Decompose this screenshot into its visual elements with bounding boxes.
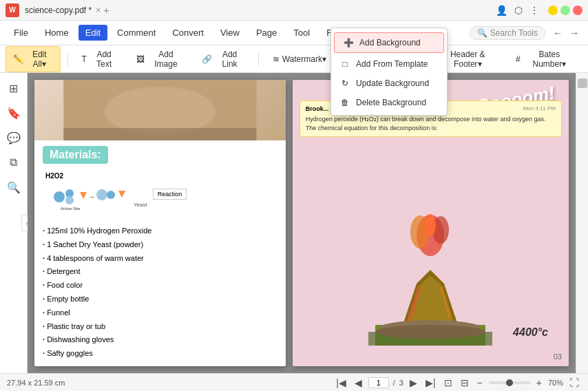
- dimensions-label: 27.94 x 21.59 cm: [7, 379, 65, 387]
- fit-page-btn[interactable]: ⊡: [442, 377, 454, 388]
- sidebar-thumbnail-icon[interactable]: ⊞: [4, 78, 23, 98]
- menu-view[interactable]: View: [213, 25, 246, 41]
- list-item: 125ml 10% Hydrogen Peroxide: [43, 224, 277, 238]
- status-bar-right: |◀ ◀ / 3 ▶ ▶| ⊡ ⊟ − + 70% ⛶: [334, 377, 581, 388]
- edit-all-button[interactable]: ✏️ Edit All▾: [6, 46, 61, 72]
- text-icon: T: [81, 54, 86, 64]
- next-page-btn[interactable]: ▶: [408, 377, 419, 388]
- page-input[interactable]: [368, 377, 389, 388]
- materials-list: 125ml 10% Hydrogen Peroxide 1 Sachet Dry…: [43, 224, 277, 361]
- yeast-label: Yeast: [134, 202, 147, 208]
- total-pages: 3: [399, 379, 403, 387]
- svg-marker-7: [80, 192, 87, 199]
- page-separator: /: [393, 379, 395, 387]
- add-link-button[interactable]: 🔗 Add Link: [195, 47, 251, 72]
- background-dropdown-menu: ➕ Add Background □ Add From Template ↻ U…: [330, 28, 448, 116]
- extensions-icon[interactable]: ⬡: [512, 5, 525, 16]
- reaction-label: Reaction: [153, 189, 187, 200]
- slider-thumb: [506, 379, 513, 386]
- search-tools[interactable]: 🔍 Search Tools: [470, 26, 545, 40]
- sidebar-comment-icon[interactable]: 💬: [4, 128, 23, 147]
- image-icon: 🖼: [136, 54, 145, 64]
- svg-point-10: [96, 189, 107, 200]
- status-bar: 27.94 x 21.59 cm |◀ ◀ / 3 ▶ ▶| ⊡ ⊟ − + 7…: [0, 373, 588, 391]
- h2o2-label: H2O2: [45, 172, 128, 180]
- title-bar: W science-copy.pdf * × + 👤 ⬡ ⋮: [0, 0, 588, 21]
- zoom-out-btn[interactable]: −: [475, 377, 485, 388]
- add-image-button[interactable]: 🖼 Add Image: [129, 47, 191, 72]
- more-options-icon[interactable]: ⋮: [527, 5, 541, 16]
- zoom-in-btn[interactable]: +: [534, 377, 544, 388]
- list-item: Dishwashing gloves: [43, 333, 277, 347]
- zoom-level: 70%: [548, 379, 563, 387]
- list-item: Safty goggles: [43, 347, 277, 361]
- maximize-button[interactable]: [560, 6, 570, 15]
- list-item: Food color: [43, 279, 277, 293]
- volcano-image: [361, 194, 499, 346]
- menu-home[interactable]: Home: [38, 25, 76, 41]
- back-button[interactable]: ←: [551, 28, 565, 39]
- bates-number-button[interactable]: # Bates Number▾: [509, 47, 582, 72]
- bates-icon: #: [516, 54, 521, 64]
- separator2: [258, 52, 259, 66]
- add-text-button[interactable]: T Add Text: [74, 47, 125, 72]
- svg-point-17: [425, 214, 436, 236]
- separator: [67, 52, 68, 66]
- left-page: Materials: H2O2 Active Site: [34, 80, 286, 366]
- menu-edit[interactable]: Edit: [78, 25, 107, 41]
- yeast-diagram: H2O2 Active Site →: [43, 169, 277, 219]
- add-icon: ➕: [343, 37, 354, 48]
- watermark-button[interactable]: ≋ Watermark▾: [266, 52, 333, 67]
- update-icon: ↻: [339, 78, 350, 89]
- new-tab-btn[interactable]: +: [103, 5, 109, 16]
- menu-comment[interactable]: Comment: [110, 25, 162, 41]
- svg-rect-3: [63, 128, 256, 140]
- add-background-item[interactable]: ➕ Add Background: [334, 32, 444, 53]
- right-sidebar: [576, 73, 588, 373]
- update-background-item[interactable]: ↻ Update Background: [331, 74, 447, 93]
- menu-bar: File Home Edit Comment Convert View Page…: [0, 21, 588, 45]
- sidebar-layers-icon[interactable]: ⧉: [4, 153, 23, 172]
- comment-text: Hydrogen peroxide (H₂O₂) can break down …: [306, 115, 556, 132]
- fit-width-btn[interactable]: ⊟: [459, 377, 471, 388]
- delete-background-item[interactable]: 🗑 Delete Background: [331, 93, 447, 112]
- slider-track: [489, 381, 530, 384]
- svg-point-11: [107, 191, 115, 199]
- first-page-btn[interactable]: |◀: [334, 377, 348, 388]
- svg-point-4: [54, 191, 65, 202]
- list-item: Funnel: [43, 306, 277, 320]
- edit-icon: ✏️: [13, 54, 23, 64]
- menu-page[interactable]: Page: [249, 25, 284, 41]
- last-page-btn[interactable]: ▶|: [423, 377, 438, 388]
- close-button[interactable]: [573, 6, 582, 15]
- menu-convert[interactable]: Convert: [165, 25, 211, 41]
- page-container: Materials: H2O2 Active Site: [34, 80, 569, 366]
- minimize-button[interactable]: [548, 6, 558, 15]
- forward-button[interactable]: →: [567, 28, 581, 39]
- add-from-template-item[interactable]: □ Add From Template: [331, 54, 447, 74]
- list-item: 4 tablespoons of warm water: [43, 252, 277, 266]
- main-content: Materials: H2O2 Active Site: [28, 73, 576, 373]
- materials-section: Materials: H2O2 Active Site: [34, 140, 286, 366]
- sidebar-search-icon[interactable]: 🔍: [4, 178, 23, 197]
- close-tab-btn[interactable]: ×: [96, 6, 101, 15]
- svg-point-23: [375, 325, 485, 339]
- sidebar-bookmark-icon[interactable]: 🔖: [4, 103, 23, 123]
- template-icon: □: [339, 59, 350, 70]
- list-item: Plastic tray or tub: [43, 320, 277, 334]
- list-item: Detergent: [43, 265, 277, 279]
- comment-author: Brook...: [306, 105, 329, 112]
- app-logo: W: [6, 3, 19, 17]
- temp-label: 4400°c: [513, 326, 548, 339]
- prev-page-btn[interactable]: ◀: [353, 377, 364, 388]
- watermark-icon: ≋: [273, 54, 280, 64]
- fullscreen-btn[interactable]: ⛶: [567, 377, 581, 388]
- link-icon: 🔗: [202, 54, 212, 64]
- user-icon[interactable]: 👤: [494, 5, 510, 16]
- delete-icon: 🗑: [339, 97, 350, 108]
- menu-tool[interactable]: Tool: [286, 25, 317, 41]
- menu-file[interactable]: File: [7, 25, 35, 41]
- filename: science-copy.pdf *: [25, 6, 92, 15]
- zoom-slider[interactable]: [489, 381, 530, 384]
- list-item: 1 Sachet Dry Yeast (powder): [43, 238, 277, 252]
